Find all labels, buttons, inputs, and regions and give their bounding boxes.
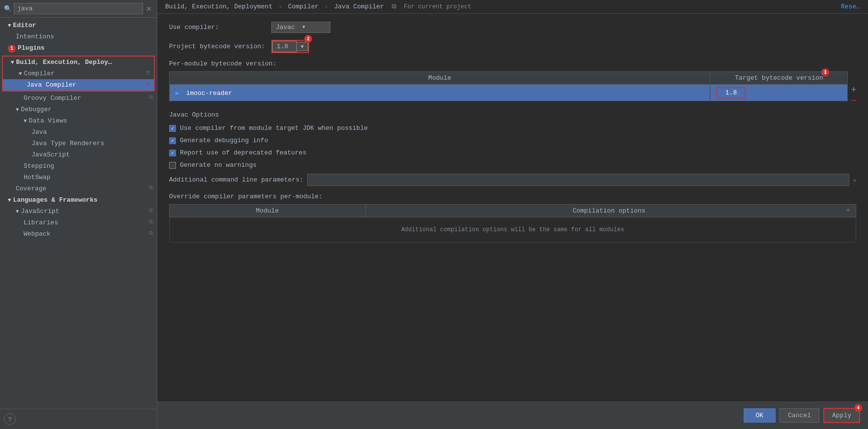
checkbox-report-deprecated-label: Report use of deprecated features (180, 149, 306, 156)
sidebar-item-java[interactable]: Java (0, 126, 157, 138)
settings-body: Use compiler: Javac ▼ Project bytecode v… (157, 14, 868, 401)
checkbox-report-deprecated-box[interactable] (169, 150, 176, 156)
cmd-params-label: Additional command line parameters: (169, 176, 303, 184)
module-name-cell: ▶ imooc-reader (170, 85, 710, 101)
cmd-params-row: Additional command line parameters: » (169, 174, 856, 186)
remove-module-button[interactable]: − (851, 96, 856, 105)
checkbox-gen-debug: Generate debugging info (169, 137, 856, 144)
bytecode-badge: 2 (304, 35, 312, 43)
compiler-dropdown[interactable]: Javac ▼ (271, 22, 330, 33)
search-bar: 🔍 ✕ (0, 0, 157, 18)
bytecode-version-row: Project bytecode version: 2 ▼ (169, 40, 856, 53)
module-table-wrap: Module 3 Target bytecode version (169, 71, 856, 111)
bytecode-input-outline: ▼ (271, 40, 309, 53)
checkbox-use-compiler-jdk-box[interactable] (169, 125, 176, 132)
override-options-col: Compilation options » (365, 205, 856, 217)
ok-button[interactable]: OK (744, 408, 776, 423)
cancel-button[interactable]: Cancel (780, 408, 819, 423)
search-input[interactable] (14, 3, 143, 14)
main-layout: 🔍 ✕ ▼Editor Intentions 1Plugins ▼Build, … (0, 0, 868, 429)
sidebar-item-debugger[interactable]: ▼Debugger (0, 104, 157, 115)
sidebar-item-javascript-lf[interactable]: ▼JavaScript ⧉ (0, 206, 157, 217)
checkbox-gen-no-warnings-label: Generate no warnings (180, 161, 257, 169)
build-section-outline: ▼Build, Execution, Deploy… ▼Compiler ⧉ J… (2, 56, 155, 92)
main-content: Build, Execution, Deployment › Compiler … (157, 0, 868, 429)
override-label: Override compiler parameters per-module: (169, 193, 856, 200)
apply-badge: 4 (854, 404, 862, 412)
coverage-copy-icon: ⧉ (149, 185, 153, 191)
module-version-cell: 1.8 (710, 85, 848, 101)
bytecode-version-label: Project bytecode version: (169, 43, 267, 50)
module-col-header: Module (170, 72, 710, 85)
groovy-copy-icon: ⧉ (149, 94, 153, 100)
javac-options-title: Javac Options (169, 111, 856, 119)
sidebar-item-compiler[interactable]: ▼Compiler ⧉ (3, 68, 154, 79)
checkbox-use-compiler-jdk-label: Use compiler from module target JDK when… (180, 124, 368, 132)
sidebar-item-coverage[interactable]: Coverage ⧉ (0, 183, 157, 194)
project-copy-icon: ⧉ (392, 3, 396, 10)
checkbox-gen-no-warnings: Generate no warnings (169, 161, 856, 169)
sidebar-item-java-type-renderers[interactable]: Java Type Renderers (0, 138, 157, 149)
bytecode-badge-wrap: 2 ▼ (271, 40, 309, 53)
sidebar-item-build[interactable]: ▼Build, Execution, Deploy… (3, 57, 154, 68)
sidebar-item-editor[interactable]: ▼Editor (0, 20, 157, 31)
table-actions: + − (851, 71, 856, 105)
for-project-label: For current project (404, 3, 471, 10)
module-icon: ▶ (175, 90, 179, 97)
checkbox-gen-debug-label: Generate debugging info (180, 137, 268, 144)
per-module-label: Per-module bytecode version: (169, 60, 856, 67)
reset-link[interactable]: Rese… (841, 3, 860, 10)
sidebar-item-intentions[interactable]: Intentions (0, 31, 157, 42)
sidebar-item-lang-frameworks[interactable]: ▼Languages & Frameworks (0, 194, 157, 206)
compiler-value: Javac (276, 24, 299, 31)
search-icon: 🔍 (4, 5, 12, 13)
target-col-header: 3 Target bytecode version (710, 72, 848, 85)
target-badge: 3 (821, 68, 829, 76)
override-table: Module Compilation options » Additional … (169, 204, 856, 243)
sidebar-item-stepping[interactable]: Stepping (0, 160, 157, 172)
override-expand-icon: » (846, 207, 850, 213)
module-table: Module 3 Target bytecode version (169, 71, 848, 101)
sidebar-bottom: ? (0, 409, 157, 429)
java-compiler-copy-icon: ⧉ (146, 81, 150, 87)
add-module-button[interactable]: + (851, 85, 856, 94)
checkbox-report-deprecated: Report use of deprecated features (169, 149, 856, 156)
help-button[interactable]: ? (4, 413, 16, 425)
cmd-params-input[interactable] (307, 174, 849, 186)
sidebar-item-plugins[interactable]: 1Plugins (0, 42, 157, 55)
sidebar-item-javascript-dv[interactable]: JavaScript (0, 149, 157, 160)
bytecode-dropdown-button[interactable]: ▼ (297, 42, 308, 51)
table-row[interactable]: ▶ imooc-reader 1.8 (170, 85, 848, 101)
breadcrumb-bar: Build, Execution, Deployment › Compiler … (157, 0, 868, 14)
sidebar-item-data-views[interactable]: ▼Data Views (0, 115, 157, 126)
breadcrumb: Build, Execution, Deployment › Compiler … (165, 3, 471, 10)
sidebar: 🔍 ✕ ▼Editor Intentions 1Plugins ▼Build, … (0, 0, 157, 429)
dropdown-arrow-icon: ▼ (302, 25, 326, 30)
javascript-lf-copy-icon: ⧉ (149, 208, 153, 214)
override-module-col: Module (170, 205, 366, 217)
sidebar-item-webpack[interactable]: Webpack ⧉ (0, 228, 157, 240)
use-compiler-row: Use compiler: Javac ▼ (169, 22, 856, 33)
sidebar-item-java-compiler[interactable]: Java Compiler ⧉ (3, 79, 154, 91)
breadcrumb-text: Build, Execution, Deployment › Compiler … (165, 3, 388, 10)
sidebar-item-libraries[interactable]: Libraries ⧉ (0, 217, 157, 228)
sidebar-tree: ▼Editor Intentions 1Plugins ▼Build, Exec… (0, 18, 157, 409)
checkbox-gen-no-warnings-box[interactable] (169, 162, 176, 169)
cmd-expand-button[interactable]: » (853, 177, 856, 183)
apply-button-wrap: 4 Apply (823, 408, 860, 423)
override-empty-msg: Additional compilation options will be t… (170, 217, 856, 243)
checkbox-gen-debug-box[interactable] (169, 137, 176, 144)
compiler-copy-icon: ⧉ (146, 70, 150, 76)
plugins-badge: 1 (8, 45, 16, 53)
sidebar-item-hotswap[interactable]: HotSwap (0, 172, 157, 183)
clear-search-button[interactable]: ✕ (145, 5, 153, 13)
override-empty-row: Additional compilation options will be t… (170, 217, 856, 243)
webpack-copy-icon: ⧉ (149, 230, 153, 236)
sidebar-item-groovy-compiler[interactable]: Groovy Compiler ⧉ (0, 92, 157, 104)
version-cell-outline: 1.8 (716, 87, 746, 98)
libraries-copy-icon: ⧉ (149, 219, 153, 225)
bytecode-input[interactable] (272, 41, 297, 52)
bottom-bar: OK Cancel 4 Apply (157, 401, 868, 429)
checkbox-use-compiler-jdk: Use compiler from module target JDK when… (169, 124, 856, 132)
use-compiler-label: Use compiler: (169, 24, 267, 31)
